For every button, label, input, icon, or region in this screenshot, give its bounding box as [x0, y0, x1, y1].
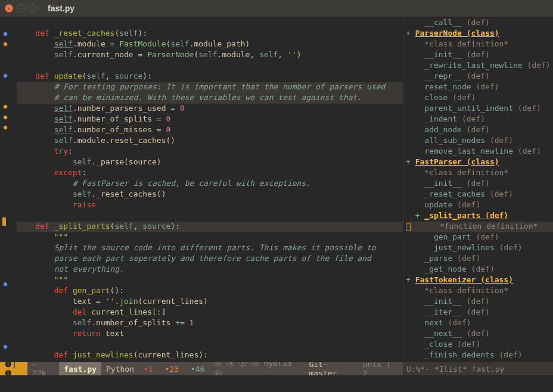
outline-item[interactable]: _reset_caches (def) [406, 189, 553, 200]
modeline-minor: ⓐ ⓐ ⓨ ⓟ hybrid Ⓚ [209, 362, 304, 375]
outline-item[interactable]: _indent (def) [406, 114, 553, 125]
outline-item[interactable]: *class definition* [406, 286, 553, 297]
outline-item[interactable]: __init__ (def) [406, 50, 553, 61]
code-line[interactable]: self.number_of_misses = 0 [17, 125, 403, 136]
code-line[interactable]: return text [17, 329, 403, 340]
outline-item[interactable]: all_sub_nodes (def) [406, 136, 553, 147]
code-line[interactable] [17, 211, 403, 222]
main-area: ●●●●●●●● def _reset_caches(self): self.m… [0, 17, 553, 362]
outline-item[interactable]: __call__ (def) [406, 18, 553, 29]
editor-pane[interactable]: ●●●●●●●● def _reset_caches(self): self.m… [0, 17, 403, 362]
outline-item[interactable]: + _split_parts (def) [406, 211, 553, 222]
code-line[interactable]: raise [17, 200, 403, 211]
modeline-file: fast.py [59, 362, 101, 375]
outline-item[interactable]: next (def) [406, 318, 553, 329]
outline-item[interactable]: update (def) [406, 200, 553, 211]
outline-item[interactable]: + ParserNode (class) [406, 29, 553, 39]
code-line[interactable]: # For testing purposes: It is important … [17, 82, 403, 93]
code-line[interactable]: def _reset_caches(self): [17, 29, 403, 39]
gutter-mark [0, 300, 11, 310]
code-line[interactable]: def update(self, source): [17, 71, 403, 82]
outline-item[interactable]: + FastParser (class) [406, 157, 553, 168]
code-line[interactable]: self.number_of_splits = 0 [17, 114, 403, 125]
code-line[interactable]: del current_lines[:] [17, 307, 403, 318]
gutter-mark [0, 258, 11, 269]
minibuffer[interactable] [0, 375, 553, 392]
code-line[interactable]: except: [17, 168, 403, 179]
code-line[interactable]: self._reset_caches() [17, 189, 403, 200]
gutter-mark [0, 175, 11, 185]
code-line[interactable]: def _split_parts(self, source): [17, 222, 403, 232]
outline-item[interactable]: add_node (def) [406, 125, 553, 136]
gutter-mark: ● [0, 101, 11, 112]
code-line[interactable]: # can be minimized. With these variables… [17, 93, 403, 104]
gutter-mark [0, 310, 11, 321]
code-line[interactable]: def just_newlines(current_lines): [17, 350, 403, 361]
outline-item[interactable]: *class definition* [406, 39, 553, 50]
outline-item[interactable]: __next__ (def) [406, 329, 553, 340]
code-line[interactable]: self.module = FastModule(self.module_pat… [17, 39, 403, 50]
outline-item[interactable]: *function definition* [406, 222, 553, 232]
code-area[interactable]: def _reset_caches(self): self.module = F… [11, 17, 403, 362]
gutter-mark [0, 164, 11, 175]
code-line[interactable]: """ [17, 232, 403, 243]
gutter-mark [0, 154, 11, 164]
modeline-mode: Python [101, 362, 139, 375]
code-line[interactable] [17, 340, 403, 350]
outline-item[interactable]: gen_part (def) [406, 232, 553, 243]
outline-item[interactable]: *class definition* [406, 168, 553, 179]
outline-item[interactable]: reset_node (def) [406, 82, 553, 93]
gutter-mark [0, 237, 11, 248]
outline-item[interactable]: _get_node (def) [406, 265, 553, 275]
maximize-icon[interactable]: ▢ [29, 4, 37, 13]
code-line[interactable]: self._parse(source) [17, 157, 403, 168]
code-line[interactable]: text = ''.join(current_lines) [17, 297, 403, 307]
gutter-mark: ● [0, 29, 11, 39]
outline-item[interactable]: _close (def) [406, 340, 553, 350]
outline-item[interactable]: __iter__ (def) [406, 307, 553, 318]
code-line[interactable]: Split the source code into different par… [17, 243, 403, 254]
code-line[interactable]: self.number_of_splits += 1 [17, 318, 403, 329]
gutter-mark [0, 216, 11, 227]
outline-item[interactable]: close (def) [406, 93, 553, 104]
close-icon[interactable]: ✕ [5, 4, 13, 13]
gutter-mark [0, 18, 11, 29]
outline-item[interactable]: __init__ (def) [406, 179, 553, 189]
gutter-mark: ● [0, 279, 11, 290]
gutter-mark: ● [0, 122, 11, 133]
code-line[interactable] [17, 61, 403, 71]
outline-item[interactable]: just_newlines (def) [406, 243, 553, 254]
outline-item[interactable]: remove_last_newline (def) [406, 147, 553, 157]
window-controls: ✕ – ▢ [5, 4, 37, 13]
code-line[interactable]: parse each part seperately and therefore… [17, 254, 403, 265]
code-line[interactable]: for line in current_lines: [17, 361, 403, 362]
outline-item[interactable]: + FastTokenizer (class) [406, 275, 553, 286]
code-line[interactable]: """ [17, 275, 403, 286]
outline-item[interactable]: __init__ (def) [406, 297, 553, 307]
gutter-mark [0, 331, 11, 341]
code-line[interactable]: self.current_node = ParserNode(self.modu… [17, 50, 403, 61]
code-line[interactable]: def gen_part(): [17, 286, 403, 297]
window-title: fast.py [48, 4, 74, 13]
modeline-aux: U:%*- *Ilist* fast.py [403, 362, 553, 375]
gutter-mark [0, 80, 11, 91]
gutter-mark [0, 321, 11, 331]
modeline-flycheck: •1 •23 •46 [139, 362, 209, 375]
code-line[interactable]: # FastParser is cached, be careful with … [17, 179, 403, 189]
outline-pane[interactable]: __call__ (def)+ ParserNode (class) *clas… [403, 17, 553, 362]
code-line[interactable] [17, 18, 403, 29]
gutter-mark [0, 133, 11, 144]
outline-item[interactable]: __repr__ (def) [406, 71, 553, 82]
gutter-mark [0, 49, 11, 60]
outline-item[interactable]: parent_until_indent (def) [406, 104, 553, 114]
code-line[interactable]: self.module.reset_caches() [17, 136, 403, 147]
outline-item[interactable]: _finish_dedents (def) [406, 350, 553, 361]
outline-item[interactable]: _rewrite_last_newline (def) [406, 61, 553, 71]
outline-item[interactable]: _parse (def) [406, 254, 553, 265]
gutter-mark [0, 206, 11, 216]
minimize-icon[interactable]: – [17, 4, 25, 13]
warning-count: •23 [165, 365, 179, 374]
code-line[interactable]: try: [17, 147, 403, 157]
code-line[interactable]: self.number_parsers_used = 0 [17, 104, 403, 114]
code-line[interactable]: not everything. [17, 265, 403, 275]
